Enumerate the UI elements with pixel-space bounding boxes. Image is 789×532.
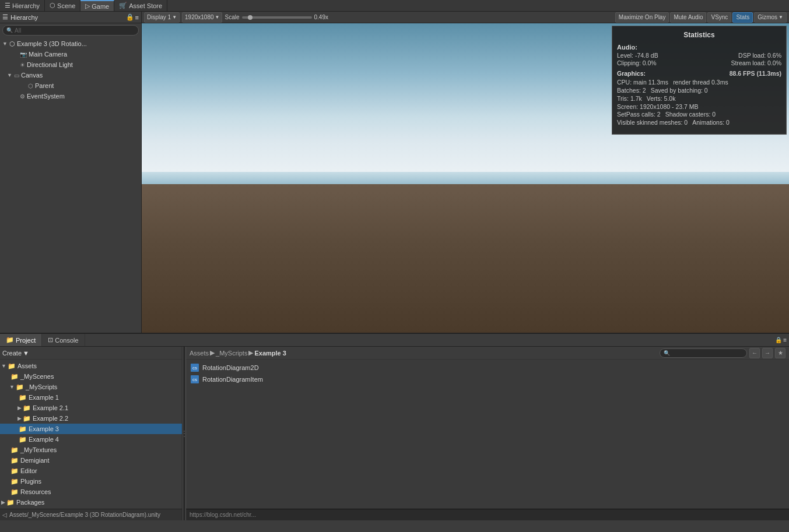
project-item-myscenes[interactable]: 📁 _MyScenes — [0, 371, 182, 382]
gizmos-btn[interactable]: Gizmos ▼ — [754, 12, 787, 23]
create-arrow: ▼ — [23, 350, 29, 357]
canvas-label: Canvas — [21, 72, 43, 79]
project-item-example4[interactable]: 📁 Example 4 — [0, 434, 182, 445]
project-left-panel: Create ▼ ▼ 📁 Assets 📁 _MySce — [0, 347, 183, 520]
screen-value: Screen: 1920x1080 - 23.7 MB — [617, 103, 699, 110]
screen-row: Screen: 1920x1080 - 23.7 MB — [617, 103, 781, 110]
file-item-rotation2d[interactable]: cs RotationDiagram2D — [188, 362, 787, 374]
favorite-btn[interactable]: ★ — [775, 348, 786, 358]
go-forward-btn[interactable]: → — [762, 348, 773, 358]
example4-folder-icon: 📁 — [19, 436, 27, 443]
canvas-arrow: ▼ — [7, 72, 14, 78]
breadcrumb-myscripts[interactable]: _MyScripts — [216, 350, 247, 357]
tree-item-parent[interactable]: ⬡ Parent — [0, 80, 141, 91]
batches-value: Batches: 2 — [617, 87, 646, 94]
scene-tab[interactable]: ⬡ Scene — [45, 0, 80, 11]
search-placeholder: All — [15, 27, 21, 34]
scale-slider-thumb[interactable] — [248, 15, 253, 20]
resources-folder-icon: 📁 — [10, 488, 19, 496]
lock-lower-icon[interactable]: 🔒 — [775, 337, 782, 343]
hierarchy-header: ☰ Hierarchy 🔒 ≡ — [0, 12, 141, 23]
lower-tab-icons: 🔒 ≡ — [775, 337, 789, 343]
display-dropdown[interactable]: Display 1 ▼ — [144, 12, 180, 23]
plugins-folder-icon: 📁 — [10, 478, 19, 485]
project-item-example3[interactable]: 📁 Example 3 — [0, 424, 182, 434]
hierarchy-controls: 🔒 ≡ — [126, 13, 139, 21]
display-label: Display 1 — [147, 14, 171, 20]
scale-slider-track[interactable] — [242, 16, 312, 19]
tab-console[interactable]: ⊡ Console — [42, 334, 85, 346]
project-item-plugins[interactable]: 📁 Plugins — [0, 476, 182, 487]
create-button[interactable]: Create ▼ — [2, 350, 29, 357]
tree-item-main-camera[interactable]: 📷 Main Camera — [0, 49, 141, 59]
project-item-demigiant[interactable]: 📁 Demigiant — [0, 455, 182, 466]
tree-item-eventsystem[interactable]: ⚙ EventSystem — [0, 91, 141, 101]
project-item-editor[interactable]: 📁 Editor — [0, 466, 182, 476]
demigiant-folder-icon: 📁 — [10, 457, 19, 464]
hierarchy-tab[interactable]: ☰ Hierarchy — [0, 0, 45, 11]
cpu-value: CPU: main 11.3ms — [617, 79, 668, 86]
tab-project[interactable]: 📁 Project — [0, 334, 42, 346]
project-splitter[interactable] — [183, 347, 186, 520]
resolution-dropdown[interactable]: 1920x1080 ▼ — [182, 12, 222, 23]
camera-label: Main Camera — [29, 51, 67, 58]
project-item-packages[interactable]: ▶ 📁 Packages — [0, 497, 182, 508]
project-item-example22[interactable]: ▶ 📁 Example 2.2 — [0, 413, 182, 424]
file-item-rotationitem[interactable]: cs RotationDiagramItem — [188, 374, 787, 385]
main-layout: ☰ Hierarchy 🔒 ≡ 🔍 All ▼ ⬡ Example 3 (3D … — [0, 0, 789, 520]
stats-graphics-header: Graphics: 88.6 FPS (11.3ms) — [617, 70, 781, 78]
search-box[interactable]: 🔍 — [660, 348, 747, 358]
file-name-rotationitem: RotationDiagramItem — [202, 376, 263, 383]
asset-store-label: Asset Store — [129, 2, 162, 9]
status-path: Assets/_MyScenes/Example 3 (3D RotationD… — [9, 512, 160, 518]
project-item-mytextures[interactable]: 📁 _MyTextures — [0, 445, 182, 455]
mute-audio-btn[interactable]: Mute Audio — [670, 12, 706, 23]
menu-lower-icon[interactable]: ≡ — [783, 337, 787, 343]
project-files: cs RotationDiagram2D cs RotationDiagramI… — [186, 360, 789, 509]
tree-item-directional-light[interactable]: ☀ Directional Light — [0, 59, 141, 70]
packages-label: Packages — [16, 499, 44, 506]
project-item-resources[interactable]: 📁 Resources — [0, 487, 182, 497]
go-back-btn[interactable]: ← — [749, 348, 760, 358]
mytextures-label: _MyTextures — [20, 446, 57, 453]
project-item-example1[interactable]: 📁 Example 1 — [0, 392, 182, 403]
game-tab-label: Game — [92, 3, 109, 10]
project-item-example21[interactable]: ▶ 📁 Example 2.1 — [0, 403, 182, 413]
maximize-on-play-btn[interactable]: Maximize On Play — [615, 12, 669, 23]
lock-icon[interactable]: 🔒 — [126, 13, 134, 21]
example3-label: Example 3 — [29, 425, 59, 432]
resolution-arrow: ▼ — [215, 15, 220, 20]
maximize-label: Maximize On Play — [619, 14, 666, 20]
file-name-rotation2d: RotationDiagram2D — [202, 364, 259, 371]
game-tab[interactable]: ▷ Game — [80, 0, 114, 11]
gizmos-label: Gizmos — [758, 14, 777, 20]
breadcrumb-assets[interactable]: Assets — [190, 350, 209, 357]
animations-value: Animations: 0 — [692, 119, 730, 126]
asset-store-tab[interactable]: 🛒 Asset Store — [114, 0, 167, 11]
tree-item-canvas[interactable]: ▼ ▭ Canvas — [0, 70, 141, 80]
project-item-myscripts[interactable]: ▼ 📁 _MyScripts — [0, 382, 182, 392]
tree-item-root[interactable]: ▼ ⬡ Example 3 (3D Rotatio... — [0, 38, 141, 49]
cpu-row: CPU: main 11.3ms render thread 0.3ms — [617, 79, 781, 86]
project-tab-icon: 📁 — [6, 336, 14, 344]
packages-arrow: ▶ — [1, 499, 5, 505]
lower-tabs: 📁 Project ⊡ Console 🔒 ≡ — [0, 334, 789, 347]
stats-btn[interactable]: Stats — [732, 12, 753, 23]
project-item-assets[interactable]: ▼ 📁 Assets — [0, 361, 182, 371]
project-right-header: Assets ▶ _MyScripts ▶ Example 3 🔍 ← → ★ — [186, 347, 789, 360]
right-buttons: Maximize On Play Mute Audio VSync Stats … — [615, 12, 787, 23]
stats-clipping-row: Clipping: 0.0% Stream load: 0.0% — [617, 59, 781, 66]
project-tab-label: Project — [16, 337, 36, 344]
assets-label: Assets — [17, 362, 37, 369]
example21-folder-icon: 📁 — [23, 404, 31, 412]
game-tab-icon: ▷ — [85, 2, 90, 10]
scene-tab-icon: ⬡ — [50, 2, 55, 9]
parent-label: Parent — [35, 82, 54, 89]
menu-icon[interactable]: ≡ — [135, 14, 139, 21]
scale-label: Scale — [225, 14, 239, 20]
hierarchy-tab-label: Hierarchy — [12, 2, 40, 9]
eventsystem-icon: ⚙ — [20, 93, 25, 100]
project-bottom-bar: ◁ Assets/_MyScenes/Example 3 (3D Rotatio… — [0, 509, 182, 520]
vsync-btn[interactable]: VSync — [707, 12, 731, 23]
example3-folder-icon: 📁 — [19, 425, 27, 433]
